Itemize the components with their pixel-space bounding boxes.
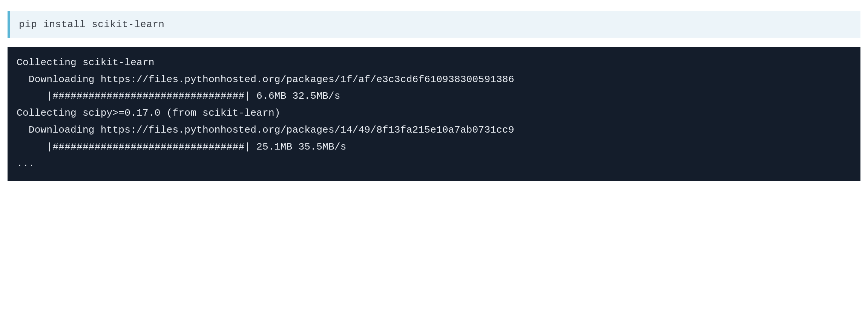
code-output-cell: Collecting scikit-learn Downloading http… <box>8 47 860 181</box>
code-input-cell: pip install scikit-learn <box>8 11 860 38</box>
